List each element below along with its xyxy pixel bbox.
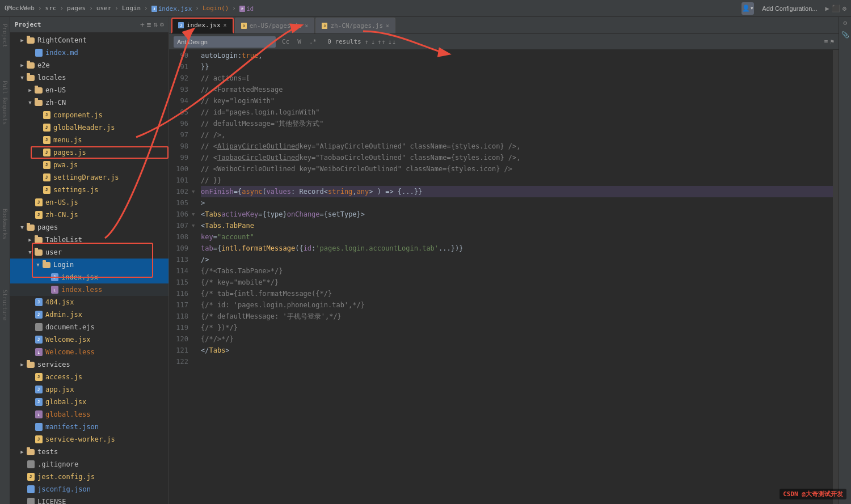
tree-item-index-md[interactable]: index.md — [10, 46, 168, 59]
tree-item-tests[interactable]: ▶ tests — [10, 446, 168, 458]
tab-close-index-jsx[interactable]: × — [224, 22, 227, 28]
tree-item-pages-js[interactable]: J pages.js — [10, 146, 168, 159]
tree-item-en-us-js[interactable]: J en-US.js — [10, 196, 168, 209]
search-next-occurrence-icon[interactable]: ↓↓ — [388, 38, 396, 46]
tree-item-e2e[interactable]: ▶ e2e — [10, 59, 168, 71]
tree-item-settingdrawer-js[interactable]: J settingDrawer.js — [10, 171, 168, 184]
tree-label-404-jsx: 404.jsx — [45, 298, 74, 306]
structure-tab[interactable]: Structure — [2, 287, 8, 323]
right-sidebar-icon-2[interactable]: 📎 — [841, 31, 849, 39]
pull-requests-tab[interactable]: Pull Requests — [2, 78, 8, 127]
gutter-line-109: 109 — [169, 243, 199, 254]
tree-item-pwa-js[interactable]: J pwa.js — [10, 159, 168, 171]
tree-item-jsconfig-json[interactable]: jsconfig.json — [10, 483, 168, 495]
tree-label-welcome-jsx: Welcome.jsx — [45, 336, 90, 344]
tree-item-login-index-jsx[interactable]: J index.jsx — [10, 271, 168, 283]
tree-label-jest-config: jest.config.js — [37, 473, 95, 481]
tab-bar: J index.jsx × J en-US/pages.js × J zh-CN… — [169, 17, 839, 34]
breadcrumb-pages[interactable]: pages — [67, 5, 86, 12]
gutter-line-105: 105 — [169, 197, 199, 209]
case-sensitive-option[interactable]: Cc — [279, 37, 292, 46]
tree-item-document-ejs[interactable]: document.ejs — [10, 321, 168, 333]
tree-item-user[interactable]: ▼ user — [10, 246, 168, 259]
collapse-icon[interactable]: ≡ — [147, 20, 151, 29]
tree-item-global-jsx[interactable]: J global.jsx — [10, 396, 168, 408]
breadcrumb-src[interactable]: src — [45, 5, 57, 12]
tab-zh-cn-pages-js[interactable]: J zh-CN/pages.js × — [315, 18, 395, 33]
stop-icon[interactable]: ⬛ — [832, 5, 840, 12]
gutter-line-114: 114 — [169, 265, 199, 277]
search-settings-icon[interactable]: ⚑ — [830, 38, 834, 45]
search-input[interactable] — [174, 36, 276, 48]
word-option[interactable]: W — [294, 37, 304, 46]
code-line-108: key="account" — [201, 231, 833, 243]
code-line-102: onFinish={async (values : Record<string,… — [201, 186, 833, 197]
scroll-indicator[interactable] — [833, 50, 839, 504]
tree-item-admin-jsx[interactable]: J Admin.jsx — [10, 308, 168, 321]
tree-item-globalheader-js[interactable]: J globalHeader.js — [10, 121, 168, 134]
new-file-icon[interactable]: + — [140, 20, 145, 29]
tree-item-component-js[interactable]: J component.js — [10, 109, 168, 121]
breadcrumb-param[interactable]: P id — [239, 5, 254, 12]
search-next-icon[interactable]: ↓ — [371, 38, 375, 46]
breadcrumb-file[interactable]: J index.jsx — [151, 5, 192, 12]
tree-item-menu-js[interactable]: J menu.js — [10, 134, 168, 146]
add-configuration-button[interactable]: Add Configuration... — [759, 4, 820, 13]
tree-item-pages[interactable]: ▼ pages — [10, 221, 168, 234]
tree-item-login[interactable]: ▼ Login — [10, 259, 168, 271]
tree-item-welcome-jsx[interactable]: J Welcome.jsx — [10, 333, 168, 346]
tab-close-zh-cn-pages-js[interactable]: × — [386, 23, 389, 29]
tree-label-services: services — [37, 361, 70, 369]
tree-item-locales[interactable]: ▼ locales — [10, 71, 168, 84]
tab-index-jsx[interactable]: J index.jsx × — [171, 18, 234, 33]
tab-close-en-us-pages-js[interactable]: × — [305, 23, 308, 29]
tab-label-index-jsx: index.jsx — [187, 22, 221, 29]
tree-item-jest-config[interactable]: J jest.config.js — [10, 471, 168, 483]
sort-icon[interactable]: ⇅ — [154, 20, 158, 29]
tree-item-global-less[interactable]: L global.less — [10, 408, 168, 421]
tree-item-app-jsx[interactable]: J app.jsx — [10, 383, 168, 396]
search-prev-icon[interactable]: ↑ — [365, 38, 369, 46]
breadcrumb-method[interactable]: Login() — [203, 5, 229, 12]
search-filter-icon[interactable]: ≡ — [824, 38, 828, 45]
tree-item-zh-cn[interactable]: ▼ zh-CN — [10, 96, 168, 109]
project-tab[interactable]: Project — [2, 22, 8, 50]
folder-icon-tests — [26, 447, 35, 456]
gutter-line-95: 95 — [169, 107, 199, 118]
tree-label-zh-cn: zh-CN — [45, 99, 66, 107]
tree-label-global-jsx: global.jsx — [45, 398, 86, 406]
tree-label-settingdrawer-js: settingDrawer.js — [53, 173, 119, 181]
tab-en-us-pages-js[interactable]: J en-US/pages.js × — [235, 18, 315, 33]
gutter-line-119: 119 — [169, 322, 199, 333]
tree-item-404-jsx[interactable]: J 404.jsx — [10, 296, 168, 308]
bookmarks-tab[interactable]: Bookmarks — [2, 206, 8, 242]
tree-item-license[interactable]: LICENSE — [10, 495, 168, 504]
tree-item-settings-js[interactable]: J settings.js — [10, 184, 168, 196]
search-prev-occurrence-icon[interactable]: ↑↑ — [377, 38, 385, 46]
tree-item-rightcontent[interactable]: ▶ RightContent — [10, 34, 168, 46]
tree-item-gitignore[interactable]: .gitignore — [10, 458, 168, 471]
tree-item-zh-cn-js[interactable]: J zh-CN.js — [10, 209, 168, 221]
right-sidebar-icon-1[interactable]: ⚙ — [843, 19, 847, 27]
gutter-line-102: 102 ▼ — [169, 186, 199, 197]
tree-item-tablelist[interactable]: ▶ TableList — [10, 234, 168, 246]
user-icon-button[interactable]: 👤▾ — [742, 2, 754, 15]
top-bar: QMockWeb › src › pages › user › Login › … — [0, 0, 851, 17]
tree-item-en-us[interactable]: ▶ en-US — [10, 84, 168, 96]
tree-item-serviceworker-js[interactable]: J service-worker.js — [10, 433, 168, 446]
regex-option[interactable]: .* — [306, 37, 319, 46]
tree-label-e2e: e2e — [37, 61, 50, 69]
tree-item-access-js[interactable]: J access.js — [10, 371, 168, 383]
run-icon[interactable]: ▶ — [825, 5, 829, 12]
settings-icon[interactable]: ⚙ — [842, 5, 846, 12]
tree-item-manifest-json[interactable]: manifest.json — [10, 421, 168, 433]
gear-icon[interactable]: ⚙ — [160, 20, 164, 29]
tree-label-login: Login — [53, 261, 74, 269]
tree-item-services[interactable]: ▶ services — [10, 358, 168, 371]
tree-label-license: LICENSE — [37, 498, 66, 504]
breadcrumb-user[interactable]: user — [96, 5, 112, 12]
breadcrumb-login[interactable]: Login — [122, 5, 141, 12]
tree-item-login-index-less[interactable]: L index.less — [10, 283, 168, 296]
breadcrumb-app[interactable]: QMockWeb — [5, 5, 35, 12]
tree-item-welcome-less[interactable]: L Welcome.less — [10, 346, 168, 358]
